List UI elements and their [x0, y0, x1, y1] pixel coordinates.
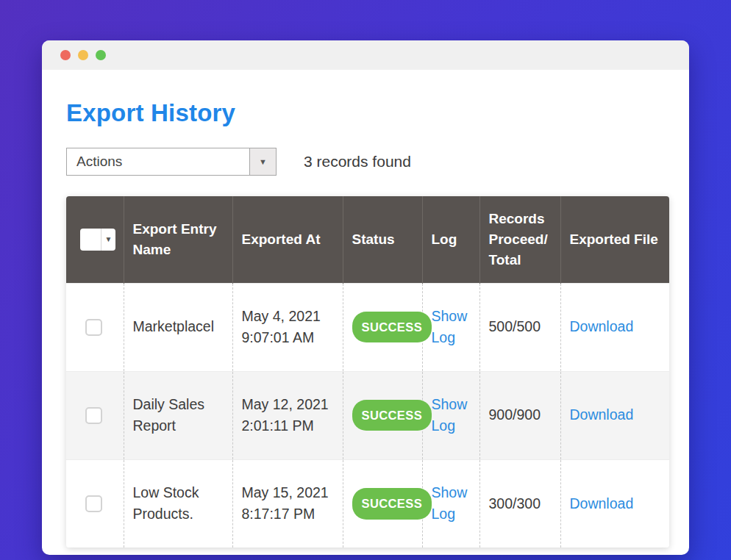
- cell-entry-name: Daily Sales Report: [124, 371, 232, 459]
- cell-file: Download: [560, 459, 669, 548]
- cell-file: Download: [560, 371, 669, 459]
- select-all-control[interactable]: ▼: [80, 229, 115, 251]
- column-header-file: Exported File: [560, 196, 669, 283]
- column-header-status: Status: [343, 196, 422, 283]
- page-content: Export History Actions ▼ 3 records found: [42, 70, 689, 548]
- cell-records: 500/500: [479, 283, 560, 371]
- export-history-table: ▼ Export Entry Name Exported At Status L…: [66, 196, 669, 548]
- cell-records: 900/900: [479, 371, 560, 459]
- cell-select: [66, 283, 124, 371]
- table-row: Daily Sales Report May 12, 2021 2:01:11 …: [66, 371, 669, 459]
- chevron-down-icon[interactable]: ▼: [101, 229, 115, 251]
- row-checkbox[interactable]: [85, 407, 102, 424]
- cell-select: [66, 459, 124, 548]
- column-header-records: Records Proceed/ Total: [479, 196, 560, 283]
- show-log-link[interactable]: Show Log: [432, 484, 468, 522]
- chevron-down-icon: ▼: [259, 158, 267, 166]
- show-log-link[interactable]: Show Log: [432, 308, 468, 345]
- cell-exported-at: May 4, 2021 9:07:01 AM: [232, 283, 343, 371]
- table-header-row: ▼ Export Entry Name Exported At Status L…: [66, 196, 669, 283]
- toolbar: Actions ▼ 3 records found: [66, 148, 667, 176]
- column-header-name: Export Entry Name: [124, 196, 232, 283]
- download-link[interactable]: Download: [570, 406, 634, 423]
- cell-entry-name: Low Stock Products.: [124, 459, 232, 548]
- table-row: Marketplacel May 4, 2021 9:07:01 AM SUCC…: [66, 283, 669, 371]
- cell-entry-name: Marketplacel: [124, 283, 232, 371]
- status-badge: SUCCESS: [352, 312, 432, 343]
- window-titlebar: [42, 40, 689, 70]
- row-checkbox[interactable]: [85, 495, 102, 512]
- cell-exported-at: May 12, 2021 2:01:11 PM: [232, 371, 343, 459]
- actions-dropdown-button[interactable]: ▼: [249, 148, 277, 176]
- actions-dropdown[interactable]: Actions ▼: [66, 148, 277, 176]
- column-header-exported-at: Exported At: [232, 196, 343, 283]
- column-header-select: ▼: [66, 196, 124, 283]
- status-badge: SUCCESS: [352, 400, 432, 431]
- close-button[interactable]: [60, 50, 71, 60]
- download-link[interactable]: Download: [570, 318, 634, 334]
- table-row: Low Stock Products. May 15, 2021 8:17:17…: [66, 459, 669, 548]
- cell-select: [66, 371, 124, 459]
- select-all-checkbox[interactable]: [80, 229, 101, 251]
- cell-status: SUCCESS: [343, 371, 422, 459]
- status-badge: SUCCESS: [352, 488, 432, 520]
- download-link[interactable]: Download: [570, 495, 634, 511]
- page-title: Export History: [66, 99, 667, 127]
- app-window: Export History Actions ▼ 3 records found: [42, 40, 689, 555]
- cell-exported-at: May 15, 2021 8:17:17 PM: [232, 459, 343, 548]
- actions-dropdown-value[interactable]: Actions: [66, 148, 250, 176]
- maximize-button[interactable]: [96, 50, 106, 60]
- cell-status: SUCCESS: [343, 459, 422, 548]
- row-checkbox[interactable]: [85, 319, 102, 336]
- show-log-link[interactable]: Show Log: [432, 396, 468, 434]
- cell-status: SUCCESS: [343, 283, 422, 371]
- records-count: 3 records found: [304, 153, 411, 170]
- cell-records: 300/300: [479, 459, 560, 548]
- column-header-log: Log: [422, 196, 479, 283]
- minimize-button[interactable]: [78, 50, 88, 60]
- cell-file: Download: [560, 283, 669, 371]
